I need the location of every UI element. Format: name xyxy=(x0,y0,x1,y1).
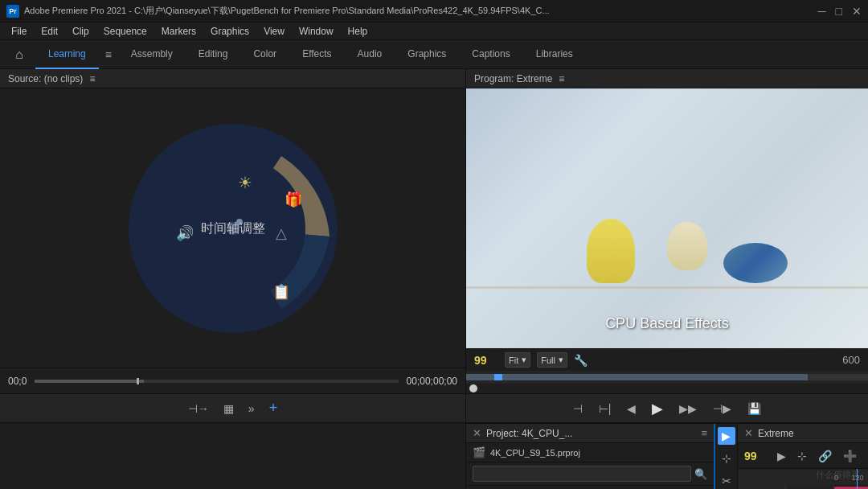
title-bar-left: Pr Adobe Premiere Pro 2021 - C:\用户\Qians… xyxy=(6,5,550,18)
menu-help[interactable]: Help xyxy=(342,24,375,39)
title-bar-controls[interactable]: ─ □ ✕ xyxy=(818,5,862,18)
project-search-icon[interactable]: 🔍 xyxy=(694,468,707,480)
step-forward-btn[interactable]: ▶▶ xyxy=(676,399,700,418)
full-dropdown-icon: ▾ xyxy=(559,355,563,365)
right-panel: Program: Extreme ≡ CPU Based Effects xyxy=(466,69,868,489)
source-more-btn[interactable]: » xyxy=(245,399,258,418)
bowl-decoration xyxy=(723,243,788,283)
menu-bar: File Edit Clip Sequence Markers Graphics… xyxy=(0,23,868,40)
program-monitor-header: Program: Extreme ≡ xyxy=(466,69,868,88)
workspace-menu-icon[interactable]: ≡ xyxy=(99,45,118,64)
source-add-btn[interactable]: + xyxy=(266,397,281,420)
svg-text:🎁: 🎁 xyxy=(285,191,303,208)
vase1-decoration xyxy=(587,219,635,283)
program-controls: ⊣ ⊢| ◀ ▶ ▶▶ ⊣▶ 💾 xyxy=(466,393,868,422)
svg-text:🔊: 🔊 xyxy=(176,224,194,242)
mark-out-btn[interactable]: 💾 xyxy=(744,399,764,418)
program-content: CPU Based Effects xyxy=(466,88,868,348)
wheel-container: ☀ 🔊 △ 📋 🎁 时间轴调整 xyxy=(121,116,346,341)
menu-view[interactable]: View xyxy=(257,24,291,39)
source-timecode-right: 00;00;00;00 xyxy=(407,376,457,387)
tab-learning[interactable]: Learning xyxy=(35,40,99,69)
shelf-line xyxy=(466,286,868,289)
wrench-button[interactable]: 🔧 xyxy=(574,354,588,367)
video-overlay-text: CPU Based Effects xyxy=(605,315,729,332)
tab-audio[interactable]: Audio xyxy=(345,40,395,69)
full-dropdown[interactable]: Full ▾ xyxy=(537,352,567,368)
menu-sequence[interactable]: Sequence xyxy=(97,24,154,39)
menu-file[interactable]: File xyxy=(5,24,33,39)
minimize-button[interactable]: ─ xyxy=(818,5,826,18)
program-video: CPU Based Effects xyxy=(466,88,868,348)
fit-dropdown[interactable]: Fit ▾ xyxy=(505,352,530,368)
video-frame xyxy=(466,88,868,348)
time-circle xyxy=(469,384,477,392)
project-search-input[interactable] xyxy=(473,466,691,482)
tab-effects[interactable]: Effects xyxy=(289,40,344,69)
tools-panel: ▶ ⊹ ✂ ✋ ⊕ xyxy=(715,424,738,489)
bottom-area: ✕ Project: 4K_CPU_... ≡ 🎬 4K_CPU_S9_15.p… xyxy=(466,423,868,489)
close-button[interactable]: ✕ xyxy=(852,5,862,18)
project-panel-menu[interactable]: ≡ xyxy=(701,427,707,439)
timeline-title: Extreme xyxy=(758,428,794,439)
source-monitor: Source: (no clips) ≡ xyxy=(0,69,465,423)
fit-label: Fit xyxy=(509,355,518,365)
track-v2-content[interactable]: fx CPU Based Effects xyxy=(834,485,868,489)
selection-tool[interactable]: ▶ xyxy=(718,427,735,445)
menu-window[interactable]: Window xyxy=(293,24,340,39)
file-icon: 🎬 xyxy=(473,446,485,458)
vase2-decoration xyxy=(667,222,707,270)
scrubber-time-marker[interactable] xyxy=(466,384,868,393)
tab-assembly[interactable]: Assembly xyxy=(118,40,186,69)
source-content: ☀ 🔊 △ 📋 🎁 时间轴调整 xyxy=(0,88,465,368)
source-monitor-menu-icon[interactable]: ≡ xyxy=(89,73,95,84)
tab-color[interactable]: Color xyxy=(240,40,289,69)
full-label: Full xyxy=(541,355,555,365)
razor-tool[interactable]: ✂ xyxy=(718,472,735,489)
project-file-row: 🎬 4K_CPU_S9_15.prproj xyxy=(466,443,714,462)
svg-text:△: △ xyxy=(276,225,287,241)
source-timecode-left: 00;0 xyxy=(8,376,27,387)
tl-selection-tool[interactable]: ▶ xyxy=(775,447,788,465)
mark-in-btn[interactable]: ⊣ xyxy=(570,399,586,418)
tl-link-selection-tool[interactable]: 🔗 xyxy=(816,447,834,465)
step-back-btn[interactable]: ◀ xyxy=(624,399,639,418)
source-monitor-label: Source: (no clips) xyxy=(8,73,83,84)
program-scrubber[interactable] xyxy=(466,371,868,384)
home-button[interactable]: ⌂ xyxy=(6,42,32,68)
bottom-left-area xyxy=(0,423,465,489)
wheel-center-label: 时间轴调整 xyxy=(201,220,265,236)
tl-add-edit-tool[interactable]: ➕ xyxy=(841,447,859,465)
fit-dropdown-icon: ▾ xyxy=(522,355,526,365)
track-v2: V2 🔒 👁 ↔ fx CPU Based Effects xyxy=(738,485,868,489)
project-panel-title: Project: 4K_CPU_... xyxy=(486,428,572,439)
tab-graphics[interactable]: Graphics xyxy=(395,40,459,69)
menu-markers[interactable]: Markers xyxy=(155,24,203,39)
go-to-out-btn[interactable]: ⊣▶ xyxy=(710,399,735,418)
tab-editing[interactable]: Editing xyxy=(186,40,241,69)
menu-graphics[interactable]: Graphics xyxy=(204,24,256,39)
tab-captions[interactable]: Captions xyxy=(459,40,522,69)
project-close-btn[interactable]: ✕ xyxy=(473,427,481,439)
svg-text:☀: ☀ xyxy=(238,174,252,191)
project-panel-header: ✕ Project: 4K_CPU_... ≡ xyxy=(466,424,714,443)
tl-snap-tool[interactable]: ⊹ xyxy=(795,447,809,465)
go-to-in-btn[interactable]: ⊢| xyxy=(596,399,615,418)
timeline-header: ✕ Extreme ≡ xyxy=(738,424,868,443)
timeline-close-btn[interactable]: ✕ xyxy=(744,427,753,439)
title-bar: Pr Adobe Premiere Pro 2021 - C:\用户\Qians… xyxy=(0,0,868,23)
ripple-edit-tool[interactable]: ⊹ xyxy=(718,450,735,467)
timeline-timecode-num: 99 xyxy=(744,450,768,462)
program-monitor-menu-icon[interactable]: ≡ xyxy=(559,73,564,84)
program-duration: 600 xyxy=(842,354,860,366)
source-controls: ⊣→ ▦ » + xyxy=(0,393,465,422)
project-name-bar: Name ▾ xyxy=(466,486,714,489)
play-btn[interactable]: ▶ xyxy=(649,397,666,421)
menu-edit[interactable]: Edit xyxy=(35,24,64,39)
project-search-bar: 🔍 xyxy=(466,462,714,486)
source-overwrite-btn[interactable]: ▦ xyxy=(220,399,237,418)
maximize-button[interactable]: □ xyxy=(836,5,842,18)
source-insert-btn[interactable]: ⊣→ xyxy=(185,399,212,418)
menu-clip[interactable]: Clip xyxy=(66,24,96,39)
tab-libraries[interactable]: Libraries xyxy=(523,40,586,69)
